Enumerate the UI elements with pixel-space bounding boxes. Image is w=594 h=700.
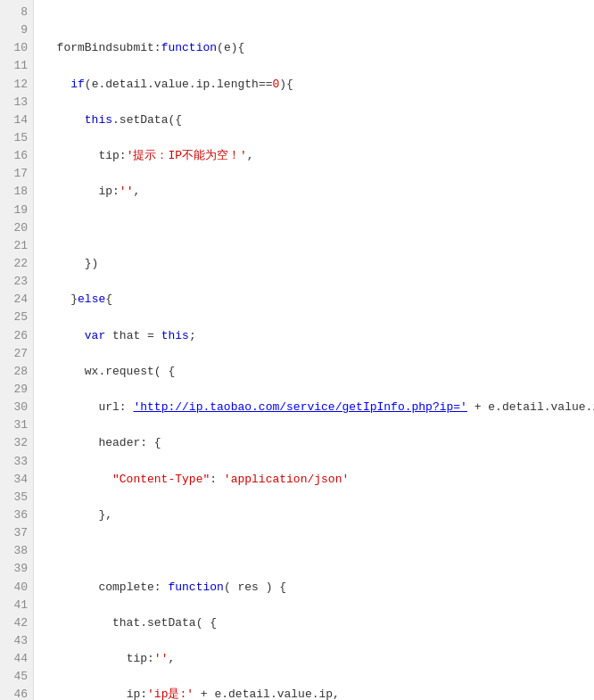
code-line-22: [43, 542, 594, 560]
code-line-13: [43, 219, 594, 237]
code-line-8: formBindsubmit:function(e){: [43, 39, 594, 57]
code-line-20: "Content-Type": 'application/json': [43, 471, 594, 489]
code-line-16: var that = this;: [43, 327, 594, 345]
code-line-10: this.setData({: [43, 111, 594, 129]
code-line-25: tip:'',: [43, 650, 594, 668]
code-line-23: complete: function( res ) {: [43, 579, 594, 597]
code-line-21: },: [43, 506, 594, 524]
code-line-15: }else{: [43, 291, 594, 309]
line-numbers: 8 9 10 11 12 13 14 15 16 17 18 19 20 21 …: [0, 0, 34, 700]
code-line-14: }): [43, 255, 594, 273]
code-line-12: ip:'',: [43, 183, 594, 201]
code-container: 8 9 10 11 12 13 14 15 16 17 18 19 20 21 …: [0, 0, 594, 700]
code-line-11: tip:'提示：IP不能为空！',: [43, 147, 594, 165]
code-line-18: url: 'http://ip.taobao.com/service/getIp…: [43, 399, 594, 416]
code-line-19: header: {: [43, 434, 594, 452]
code-line-24: that.setData( {: [43, 614, 594, 632]
code-content: formBindsubmit:function(e){ if(e.detail.…: [34, 0, 594, 700]
code-line-26: ip:'ip是:' + e.detail.value.ip,: [43, 686, 594, 700]
code-line-17: wx.request( {: [43, 363, 594, 381]
code-line-9: if(e.detail.value.ip.length==0){: [43, 76, 594, 94]
